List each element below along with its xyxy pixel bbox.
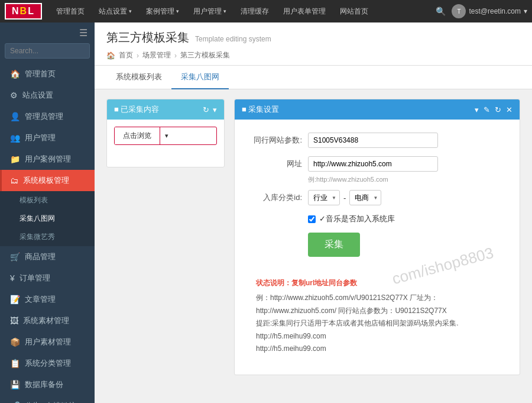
sidebar-item-goods-mgmt[interactable]: 🛒 商品管理 xyxy=(0,246,95,267)
peer-site-input[interactable] xyxy=(308,133,438,148)
edit-icon[interactable]: ✎ xyxy=(484,105,490,114)
chevron-down-icon[interactable]: ▾ xyxy=(213,105,217,114)
category-select-2-wrapper: 电商 xyxy=(349,190,381,205)
package-icon: 📦 xyxy=(10,337,20,347)
nav-item-clear-cache[interactable]: 清理缓存 xyxy=(235,0,275,22)
refresh-icon[interactable]: ↻ xyxy=(203,105,209,114)
website-label: 网址 xyxy=(249,159,302,169)
nav-item-home[interactable]: 管理首页 xyxy=(50,0,90,22)
notice-line-3: 提距:采集同行只适用于本店或者其他店铺相同架源码场景内采集. xyxy=(256,317,498,330)
page-tabs: 系统模板列表 采集八图网 xyxy=(95,66,532,89)
image-icon: 🖼 xyxy=(10,316,18,325)
page-subtitle: Template editing system xyxy=(195,35,271,43)
sidebar-item-label: 订单管理 xyxy=(20,273,50,283)
collect-settings-panel: ■ 采集设置 ▾ ✎ ↻ ✕ 同行网站参数: xyxy=(234,99,520,375)
website-row: 网址 xyxy=(249,156,505,172)
notice-line-4: http://h5.meihu99.com xyxy=(256,330,498,343)
sidebar-item-label: 用户管理 xyxy=(25,133,56,143)
category-icon: 📋 xyxy=(10,359,20,368)
settings-icon: ⚙ xyxy=(10,91,18,100)
sidebar-item-label: 采集八图网 xyxy=(20,214,55,224)
user-menu[interactable]: T test@reetin.com ▾ xyxy=(452,4,527,18)
sidebar-item-label: 模板列表 xyxy=(20,195,48,205)
browse-button-group: 点击浏览 ▾ xyxy=(114,127,217,145)
notice-line-2: http://www.zhizuoh5.com/ 同行站点参数为：U90121S… xyxy=(256,305,498,318)
category-label: 入库分类id: xyxy=(249,192,302,203)
category-select-1[interactable]: 行业 xyxy=(308,190,340,205)
chevron-down-icon: ▾ xyxy=(176,0,179,22)
sidebar-item-admin-home[interactable]: 🏠 管理首页 xyxy=(0,63,95,85)
website-input[interactable] xyxy=(308,156,438,172)
sidebar-item-label: 公告&友情链接 xyxy=(25,401,76,403)
nav-item-website[interactable]: 网站首页 xyxy=(334,0,374,22)
sidebar-item-label: 数据库备份 xyxy=(25,379,63,390)
notice-line-1: 例：http://www.zhizuoh5.com/v/U90121S2Q77X… xyxy=(256,292,498,305)
nav-item-user-form[interactable]: 用户表单管理 xyxy=(277,0,332,22)
home-breadcrumb-icon: 🏠 xyxy=(106,51,115,60)
sidebar-item-sys-material[interactable]: 🖼 系统素材管理 xyxy=(0,310,95,331)
sidebar-item-template-mgmt[interactable]: 🗂 系统模板管理 xyxy=(0,170,95,191)
sidebar-item-site-settings[interactable]: ⚙ 站点设置 xyxy=(0,85,95,106)
article-icon: 📝 xyxy=(10,295,20,304)
sidebar-sub-item-collect-weiyi[interactable]: 采集微艺秀 xyxy=(0,228,95,246)
cart-icon: 🛒 xyxy=(10,252,20,262)
nav-item-case-mgmt[interactable]: 案例管理 ▾ xyxy=(140,0,185,22)
sidebar-sub-item-template-list[interactable]: 模板列表 xyxy=(0,191,95,209)
sidebar-item-notice-links[interactable]: 🔗 公告&友情链接 xyxy=(0,395,95,403)
tab-collect-batu[interactable]: 采集八图网 xyxy=(171,66,229,89)
sidebar-item-admin-mgmt[interactable]: 👤 管理员管理 xyxy=(0,106,95,127)
sidebar-item-db-backup[interactable]: 💾 数据库备份 xyxy=(0,374,95,395)
close-icon[interactable]: ✕ xyxy=(506,105,512,114)
collect-button[interactable]: 采集 xyxy=(308,233,360,257)
collected-panel-header: ■ 已采集内容 ↻ ▾ xyxy=(107,99,224,120)
sidebar-item-article-mgmt[interactable]: 📝 文章管理 xyxy=(0,289,95,310)
collect-settings-body: 同行网站参数: 网址 例:http://www.zhizuoh5.com 入库分… xyxy=(235,120,520,375)
sidebar-item-label: 管理首页 xyxy=(25,69,56,79)
home-icon: 🏠 xyxy=(10,69,20,79)
chevron-down-icon: ▾ xyxy=(524,7,527,15)
sidebar-item-order-mgmt[interactable]: ¥ 订单管理 xyxy=(0,267,95,289)
notice-body: 例：http://www.zhizuoh5.com/v/U90121S2Q77X… xyxy=(256,292,498,356)
chevron-down-icon: ▾ xyxy=(223,0,226,22)
page-title: 第三方模板采集 xyxy=(106,30,189,46)
breadcrumb-home[interactable]: 首页 xyxy=(119,50,133,60)
sidebar-item-user-material[interactable]: 📦 用户素材管理 xyxy=(0,331,95,353)
notice-title: 状态说明：复制url地址同台参数 xyxy=(256,278,498,288)
sidebar: ☰ 🏠 管理首页 ⚙ 站点设置 👤 管理员管理 👥 用户管理 📁 用户案例管理 … xyxy=(0,22,95,403)
browse-dropdown-button[interactable]: ▾ xyxy=(160,127,173,144)
browse-button[interactable]: 点击浏览 xyxy=(115,127,160,144)
left-panel: ■ 已采集内容 ↻ ▾ 点击浏览 ▾ xyxy=(106,99,225,375)
avatar: T xyxy=(452,4,466,18)
chevron-down-icon[interactable]: ▾ xyxy=(475,105,479,114)
main-content: 第三方模板采集 Template editing system 🏠 首页 › 场… xyxy=(95,22,532,403)
users-icon: 👥 xyxy=(10,133,20,143)
music-checkbox-row: ✓音乐是否加入系统库 xyxy=(308,214,505,224)
content-area: ■ 已采集内容 ↻ ▾ 点击浏览 ▾ xyxy=(95,99,532,387)
sidebar-search-container xyxy=(5,43,90,59)
peer-site-label: 同行网站参数: xyxy=(249,135,302,146)
sidebar-item-label: 站点设置 xyxy=(22,90,53,101)
breadcrumb-scene[interactable]: 场景管理 xyxy=(142,50,171,60)
search-input[interactable] xyxy=(5,43,90,59)
music-checkbox[interactable] xyxy=(308,215,316,223)
hamburger-icon[interactable]: ☰ xyxy=(0,22,95,43)
sidebar-item-label: 系统素材管理 xyxy=(23,315,69,326)
refresh-icon[interactable]: ↻ xyxy=(495,105,501,114)
sidebar-item-user-mgmt[interactable]: 👥 用户管理 xyxy=(0,127,95,149)
nav-item-site-settings[interactable]: 站点设置 ▾ xyxy=(93,0,138,22)
panel-title-collected: ■ 已采集内容 xyxy=(114,104,159,115)
tab-template-list[interactable]: 系统模板列表 xyxy=(106,66,171,89)
sidebar-item-label: 文章管理 xyxy=(25,294,56,305)
nav-item-user-mgmt[interactable]: 用户管理 ▾ xyxy=(187,0,232,22)
sidebar-item-user-case[interactable]: 📁 用户案例管理 xyxy=(0,149,95,170)
folder-icon: 📁 xyxy=(10,154,20,164)
music-checkbox-label: ✓音乐是否加入系统库 xyxy=(319,214,395,224)
user-email: test@reetin.com xyxy=(469,7,521,15)
category-select-2[interactable]: 电商 xyxy=(349,190,381,205)
sidebar-sub-item-collect-batu[interactable]: 采集八图网 xyxy=(0,209,95,228)
notice-section: 状态说明：复制url地址同台参数 例：http://www.zhizuoh5.c… xyxy=(249,272,505,362)
panel-title-settings: ■ 采集设置 xyxy=(242,104,279,115)
sidebar-item-sys-category[interactable]: 📋 系统分类管理 xyxy=(0,353,95,374)
search-icon[interactable]: 🔍 xyxy=(432,7,449,16)
notice-line-5: http://h5.meihu99.com xyxy=(256,343,498,356)
